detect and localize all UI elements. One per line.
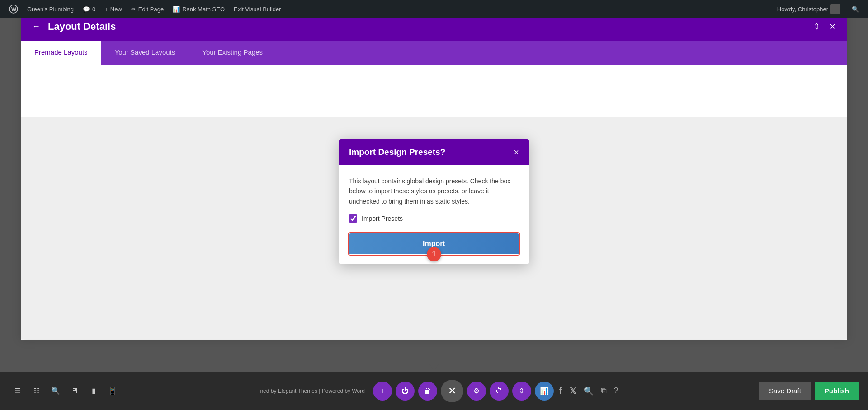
close-center-icon: ✕ bbox=[448, 385, 456, 397]
badge-count: 1 bbox=[427, 247, 441, 261]
tab-premade-layouts[interactable]: Premade Layouts bbox=[21, 41, 101, 65]
site-name-label: Green's Plumbing bbox=[27, 6, 74, 13]
grid-icon: ☷ bbox=[33, 387, 40, 395]
tab-existing-pages[interactable]: Your Existing Pages bbox=[189, 41, 276, 65]
admin-bar-right: Howdy, Christopher 🔍 bbox=[773, 0, 863, 18]
admin-bar: W Green's Plumbing 💬 0 + New ✏ Edit Page… bbox=[0, 0, 868, 18]
power-button[interactable]: ⏻ bbox=[396, 382, 415, 401]
trash-icon: 🗑 bbox=[424, 387, 431, 395]
avatar bbox=[830, 4, 840, 14]
desktop-icon: 🖥 bbox=[71, 387, 78, 395]
comments-count: 0 bbox=[92, 6, 95, 13]
toolbar-left: ☰ ☷ 🔍 🖥 ▮ 📱 bbox=[9, 382, 121, 400]
tab-saved-label: Your Saved Layouts bbox=[115, 48, 175, 56]
panel-close-button[interactable]: ✕ bbox=[827, 19, 838, 34]
dialog-header: Import Design Presets? × bbox=[339, 139, 529, 165]
dialog-overlay: Import Design Presets? × This layout con… bbox=[21, 65, 847, 339]
panel-back-button[interactable]: ← bbox=[30, 19, 42, 33]
admin-bar-left: W Green's Plumbing 💬 0 + New ✏ Edit Page… bbox=[5, 0, 773, 18]
dialog-footer: Import 1 bbox=[339, 233, 529, 264]
trash-button[interactable]: 🗑 bbox=[418, 382, 437, 401]
tablet-button[interactable]: ▮ bbox=[85, 382, 102, 400]
wp-logo-icon: W bbox=[9, 5, 18, 14]
hamburger-button[interactable]: ☰ bbox=[9, 382, 26, 400]
mobile-icon: 📱 bbox=[108, 387, 117, 395]
comment-icon: 💬 bbox=[83, 6, 90, 13]
plus-icon: + bbox=[104, 6, 108, 13]
edit-page-item[interactable]: ✏ Edit Page bbox=[127, 0, 168, 18]
exit-builder-label: Exit Visual Builder bbox=[234, 6, 281, 13]
search-toolbar-icon: 🔍 bbox=[51, 387, 60, 395]
add-icon: + bbox=[380, 387, 384, 395]
wp-logo-item[interactable]: W bbox=[5, 0, 23, 18]
search-icon: 🔍 bbox=[852, 6, 859, 13]
search-item[interactable]: 🔍 bbox=[847, 0, 863, 18]
site-name-item[interactable]: Green's Plumbing bbox=[23, 0, 78, 18]
social-icons: f 𝕏 🔍 ⧉ ? bbox=[557, 384, 620, 398]
panel-tabs: Premade Layouts Your Saved Layouts Your … bbox=[21, 41, 847, 65]
edit-page-label: Edit Page bbox=[138, 6, 164, 13]
rank-math-item[interactable]: 📊 Rank Math SEO bbox=[168, 0, 229, 18]
history-button[interactable]: ⏱ bbox=[490, 382, 509, 401]
add-button[interactable]: + bbox=[373, 382, 392, 401]
rank-math-icon: 📊 bbox=[173, 6, 180, 13]
new-label: New bbox=[110, 6, 122, 13]
search-toolbar-button[interactable]: 🔍 bbox=[47, 382, 64, 400]
arrow-down-indicator bbox=[428, 362, 440, 370]
layout-panel: ← Layout Details ⇕ ✕ Premade Layouts You… bbox=[21, 12, 847, 339]
footer-text: ned by Elegant Themes | Powered by Word bbox=[260, 388, 364, 394]
howdy-item[interactable]: Howdy, Christopher bbox=[773, 0, 845, 18]
facebook-icon[interactable]: f bbox=[557, 384, 564, 398]
new-item[interactable]: + New bbox=[100, 0, 127, 18]
search-social-icon[interactable]: 🔍 bbox=[582, 384, 595, 398]
toolbar-center: ned by Elegant Themes | Powered by Word … bbox=[260, 380, 620, 402]
publish-button[interactable]: Publish bbox=[815, 382, 859, 400]
grid-button[interactable]: ☷ bbox=[28, 382, 45, 400]
bottom-toolbar: ☰ ☷ 🔍 🖥 ▮ 📱 ned by Elegant Themes | Powe… bbox=[0, 372, 868, 410]
stats-icon: 📊 bbox=[540, 387, 549, 395]
help-icon[interactable]: ? bbox=[612, 384, 620, 397]
layers-icon[interactable]: ⧉ bbox=[599, 384, 609, 397]
edit-icon: ✏ bbox=[131, 6, 136, 13]
panel-title: Layout Details bbox=[48, 21, 116, 33]
history-icon: ⏱ bbox=[495, 387, 503, 395]
panel-split-icon[interactable]: ⇕ bbox=[811, 19, 822, 34]
import-button[interactable]: Import 1 bbox=[349, 233, 519, 254]
rank-math-label: Rank Math SEO bbox=[182, 6, 225, 13]
adjustments-icon: ⇕ bbox=[519, 387, 524, 395]
mobile-button[interactable]: 📱 bbox=[104, 382, 121, 400]
power-icon: ⏻ bbox=[401, 387, 409, 395]
panel-body: Import Design Presets? × This layout con… bbox=[21, 65, 847, 339]
tab-existing-label: Your Existing Pages bbox=[202, 48, 263, 56]
twitter-x-icon[interactable]: 𝕏 bbox=[568, 384, 578, 398]
dialog-title: Import Design Presets? bbox=[349, 147, 445, 157]
close-center-button[interactable]: ✕ bbox=[441, 380, 463, 402]
adjustments-button[interactable]: ⇕ bbox=[512, 382, 531, 401]
tab-premade-label: Premade Layouts bbox=[34, 48, 88, 56]
import-presets-checkbox[interactable] bbox=[349, 214, 357, 223]
settings-button[interactable]: ⚙ bbox=[467, 382, 486, 401]
panel-header-left: ← Layout Details bbox=[30, 19, 116, 33]
tab-saved-layouts[interactable]: Your Saved Layouts bbox=[101, 41, 189, 65]
settings-icon: ⚙ bbox=[473, 387, 480, 395]
dialog-body: This layout contains global design prese… bbox=[339, 165, 529, 233]
comments-item[interactable]: 💬 0 bbox=[78, 0, 100, 18]
tablet-icon: ▮ bbox=[92, 387, 96, 395]
dialog-description: This layout contains global design prese… bbox=[349, 176, 519, 206]
toolbar-right: Save Draft Publish bbox=[759, 382, 859, 400]
import-presets-label[interactable]: Import Presets bbox=[362, 215, 403, 222]
panel-header-actions: ⇕ ✕ bbox=[811, 19, 838, 34]
import-dialog: Import Design Presets? × This layout con… bbox=[339, 139, 529, 264]
save-draft-button[interactable]: Save Draft bbox=[759, 382, 811, 400]
desktop-button[interactable]: 🖥 bbox=[66, 382, 83, 400]
dialog-checkbox-row: Import Presets bbox=[349, 214, 519, 223]
exit-builder-item[interactable]: Exit Visual Builder bbox=[229, 0, 286, 18]
svg-text:W: W bbox=[11, 6, 17, 13]
dialog-close-button[interactable]: × bbox=[514, 148, 519, 157]
hamburger-icon: ☰ bbox=[14, 387, 21, 395]
stats-button[interactable]: 📊 bbox=[535, 382, 554, 401]
howdy-label: Howdy, Christopher bbox=[777, 6, 828, 13]
